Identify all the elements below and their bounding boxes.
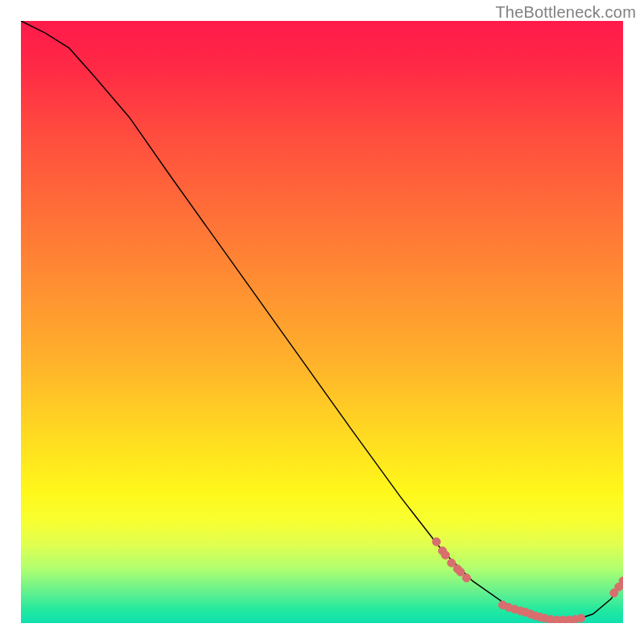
curve-dot — [577, 614, 585, 622]
marker-group — [432, 538, 627, 624]
chart-container: TheBottleneck.com — [0, 0, 644, 644]
chart-overlay — [21, 21, 623, 623]
attribution-text: TheBottleneck.com — [495, 3, 636, 22]
curve-dot — [448, 559, 456, 567]
frame — [0, 623, 644, 644]
bottleneck-curve — [21, 21, 623, 620]
frame — [623, 0, 644, 644]
frame — [0, 0, 21, 644]
curve-dot — [441, 551, 449, 559]
curve-dot — [432, 538, 440, 546]
curve-dot — [463, 574, 471, 582]
curve-dot — [456, 568, 464, 576]
